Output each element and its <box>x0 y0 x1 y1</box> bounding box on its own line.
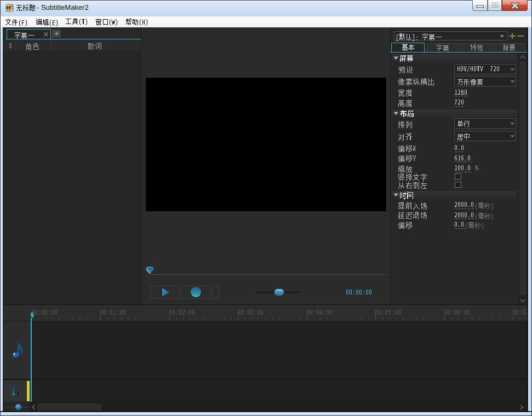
svg-text:I: I <box>17 390 19 397</box>
